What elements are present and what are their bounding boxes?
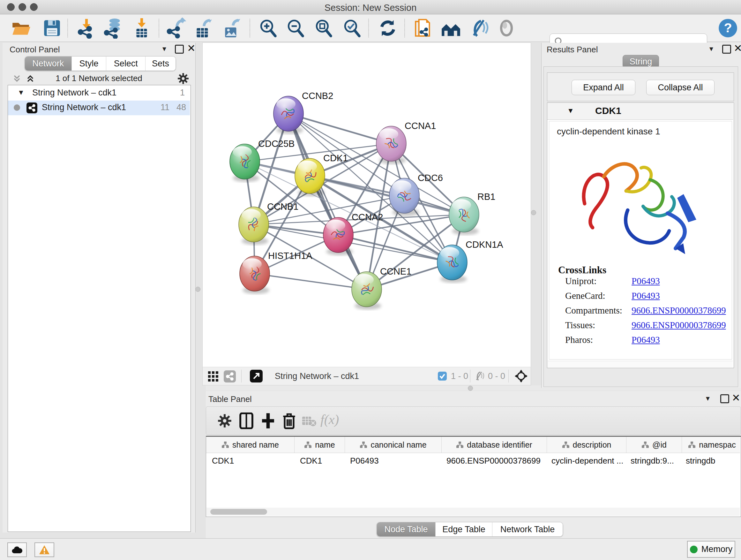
detach-view-icon[interactable] <box>250 370 263 382</box>
protein-section-header[interactable]: ▼ CDK1 <box>547 103 733 120</box>
tab-network-table[interactable]: Network Table <box>492 522 562 537</box>
table-cell[interactable]: CDK1 <box>206 453 294 469</box>
column-header-canonical-name[interactable]: canonical name <box>345 437 442 453</box>
node-CDC6[interactable]: CDC6 <box>389 173 443 216</box>
protein-expander-icon[interactable]: ▼ <box>567 107 574 115</box>
table-panel-float-icon[interactable] <box>720 394 729 403</box>
column-header-namespac[interactable]: namespac <box>682 437 741 453</box>
table-panel-close-icon[interactable]: ✕ <box>732 394 740 402</box>
node-CCNE1[interactable]: CCNE1 <box>352 266 411 310</box>
delete-column-trash-icon[interactable] <box>281 412 297 430</box>
node-CDKN1A[interactable]: CDKN1A <box>437 240 503 283</box>
table-cell[interactable]: stringdb <box>680 453 740 469</box>
column-header-database-identifier[interactable]: database identifier <box>442 437 547 453</box>
left-splitter-handle[interactable] <box>195 287 200 292</box>
column-header-@id[interactable]: @id <box>626 437 682 453</box>
table-type-tabs: Node TableEdge TableNetwork Table <box>377 522 563 537</box>
birds-eye-view-icon[interactable] <box>515 370 528 382</box>
refresh-icon[interactable] <box>377 17 398 39</box>
zoom-out-icon[interactable] <box>285 17 306 39</box>
crosslink-link[interactable]: P06493 <box>631 276 660 287</box>
edge-CCNB2-CCNA1[interactable] <box>288 114 391 144</box>
table-cell[interactable]: 9606.ENSP00000378699 <box>441 453 546 469</box>
selected-checkbox-icon[interactable] <box>437 371 447 381</box>
network-canvas[interactable]: CCNB2CCNA1CDC25BCDK1CDC6RB1CCNB1CCNA2CDK… <box>202 43 531 368</box>
column-header-shared-name[interactable]: shared name <box>206 437 294 453</box>
tab-edge-table[interactable]: Edge Table <box>435 522 492 537</box>
crosslink-link[interactable]: P06493 <box>631 291 660 301</box>
expand-all-button[interactable]: Expand All <box>571 80 635 95</box>
node-label-CCNA2: CCNA2 <box>352 212 383 222</box>
delete-table-icon[interactable] <box>302 416 317 427</box>
results-panel-menu-arrow-icon[interactable]: ▼ <box>708 45 715 53</box>
results-panel-close-icon[interactable]: ✕ <box>734 44 741 52</box>
table-cell[interactable]: CDK1 <box>294 453 344 469</box>
results-panel-float-icon[interactable] <box>722 45 731 54</box>
column-header-description[interactable]: description <box>547 437 626 453</box>
crosslink-link[interactable]: 9606.ENSP00000378699 <box>631 305 726 316</box>
string-results-container: Expand All Collapse All ▼ CDK1 cyclin-de… <box>543 66 738 387</box>
table-row[interactable]: CDK1CDK1P064939606.ENSP00000378699cyclin… <box>206 453 740 469</box>
edge-CCNE1-HIST1H1A[interactable] <box>255 273 367 289</box>
right-splitter-handle[interactable] <box>531 210 536 215</box>
create-column-plus-icon[interactable] <box>260 413 276 429</box>
import-network-from-file-icon[interactable] <box>76 17 97 39</box>
memory-button[interactable]: Memory <box>687 541 735 558</box>
warning-status-button[interactable] <box>35 543 54 557</box>
export-image-icon[interactable] <box>221 17 242 39</box>
import-table-icon[interactable] <box>131 17 152 39</box>
crosslinks-rows: Uniprot:P06493GeneCard:P06493Compartment… <box>558 276 731 349</box>
network-row-selected[interactable]: String Network – cdk1 11 48 <box>8 101 190 115</box>
network-options-gear-icon[interactable] <box>178 73 189 84</box>
network-graph[interactable]: CCNB2CCNA1CDC25BCDK1CDC6RB1CCNB1CCNA2CDK… <box>203 43 531 367</box>
help-icon[interactable]: ? <box>718 17 738 39</box>
node-RB1[interactable]: RB1 <box>449 192 495 235</box>
toolbar-separator <box>241 370 242 382</box>
open-session-icon[interactable] <box>10 17 31 39</box>
show-columns-icon[interactable] <box>239 413 254 429</box>
eye-slash-icon[interactable] <box>468 17 489 39</box>
scrollbar-thumb[interactable] <box>210 509 267 515</box>
table-horizontal-scrollbar[interactable] <box>206 508 740 516</box>
zoom-fit-icon[interactable] <box>313 17 334 39</box>
cloud-status-button[interactable] <box>7 543 27 557</box>
eye-icon[interactable] <box>496 17 517 39</box>
save-session-icon[interactable] <box>42 17 63 39</box>
import-network-from-database-icon[interactable] <box>103 17 124 39</box>
node-label-CCNE1: CCNE1 <box>380 266 411 276</box>
network-collection-row[interactable]: ▼ String Network – cdk1 1 <box>8 86 190 101</box>
collapse-all-button[interactable]: Collapse All <box>646 80 715 95</box>
table-options-gear-icon[interactable] <box>218 414 232 428</box>
zoom-in-icon[interactable] <box>258 17 279 39</box>
node-HIST1H1A[interactable]: HIST1H1A <box>240 251 313 294</box>
bottom-splitter-handle[interactable] <box>468 386 473 391</box>
tab-sets[interactable]: Sets <box>145 57 176 71</box>
node-CDK1[interactable]: CDK1 <box>295 153 348 196</box>
table-cell[interactable]: stringdb:9... <box>625 453 680 469</box>
control-panel-menu-arrow-icon[interactable]: ▼ <box>161 45 167 53</box>
title-bar: Session: New Session <box>0 0 741 14</box>
crosslinks-heading: CrossLinks <box>558 264 731 276</box>
control-panel-close-icon[interactable]: ✕ <box>187 44 196 52</box>
collection-expander-icon[interactable]: ▼ <box>17 88 24 97</box>
string-home-icon[interactable] <box>441 17 461 39</box>
table-cell[interactable]: P06493 <box>344 453 441 469</box>
network-share-view-icon[interactable] <box>224 370 236 382</box>
export-table-icon[interactable] <box>193 17 214 39</box>
tab-network[interactable]: Network <box>25 57 72 71</box>
results-horizontal-scrollbar[interactable] <box>548 361 733 368</box>
node-table[interactable]: shared namenamecanonical namedatabase id… <box>206 436 741 517</box>
zoom-selected-icon[interactable] <box>341 17 362 39</box>
export-network-icon[interactable] <box>165 17 187 39</box>
table-cell[interactable]: cyclin-dependent ... <box>546 453 625 469</box>
tab-select[interactable]: Select <box>106 57 145 71</box>
tab-node-table[interactable]: Node Table <box>377 522 435 537</box>
crosslink-link[interactable]: 9606.ENSP00000378699 <box>631 320 726 330</box>
table-panel-menu-arrow-icon[interactable]: ▼ <box>704 395 711 402</box>
control-panel-float-icon[interactable] <box>175 45 184 54</box>
column-header-name[interactable]: name <box>294 437 345 453</box>
grid-view-icon[interactable] <box>208 371 219 382</box>
crosslink-link[interactable]: P06493 <box>631 334 660 345</box>
network-document-icon[interactable] <box>412 17 433 39</box>
tab-style[interactable]: Style <box>72 57 107 71</box>
